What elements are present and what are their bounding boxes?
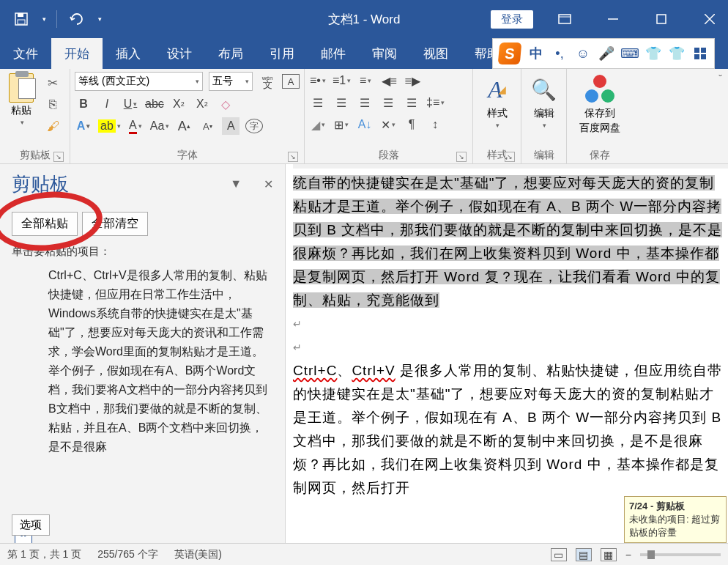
- print-layout-icon[interactable]: ▤: [576, 548, 592, 561]
- italic-button[interactable]: I: [98, 95, 116, 113]
- multilevel-button[interactable]: ≡▾: [357, 72, 374, 89]
- clipboard-options-button[interactable]: 选项: [12, 514, 50, 536]
- clipboard-item[interactable]: W Ctrl+C、Ctrl+V是很多人常用的复制、粘贴快捷键，但应用在日常工作生…: [12, 266, 273, 457]
- ime-lang-button[interactable]: 中: [528, 45, 544, 62]
- pane-close-icon[interactable]: ✕: [264, 177, 273, 191]
- styles-dialog-launcher[interactable]: ↘: [505, 152, 515, 162]
- font-color-button[interactable]: A▾: [127, 117, 144, 135]
- tab-insert[interactable]: 插入: [103, 38, 154, 69]
- grow-font-button[interactable]: A▴: [175, 117, 193, 135]
- snap-button[interactable]: ↕: [426, 116, 444, 133]
- paste-button[interactable]: 粘贴 ▾: [4, 72, 38, 128]
- ime-person-icon[interactable]: 👕: [645, 45, 661, 62]
- maximize-icon[interactable]: [645, 4, 678, 34]
- tab-file[interactable]: 文件: [0, 38, 51, 69]
- group-editing: 🔍 编辑▾ 编辑: [521, 69, 567, 163]
- enclose-char-button[interactable]: 字: [245, 119, 263, 133]
- ime-voice-icon[interactable]: 🎤: [598, 45, 614, 62]
- text-effects-button[interactable]: A▾: [75, 117, 92, 135]
- shading-button[interactable]: ◢▾: [309, 116, 327, 133]
- superscript-button[interactable]: X2: [193, 95, 211, 113]
- document-paragraph-2: Ctrl+C、Ctrl+V 是很多人常用的复制、粘贴快捷键，但应用统自带的快捷键…: [293, 359, 728, 500]
- ime-shirt-icon[interactable]: 👕: [669, 45, 685, 62]
- increase-indent-button[interactable]: ≡▶: [404, 72, 421, 89]
- close-icon[interactable]: [693, 4, 727, 34]
- highlight-button[interactable]: ab▾: [98, 117, 121, 135]
- clear-format-button[interactable]: ◇: [217, 95, 234, 113]
- editing-button[interactable]: 🔍 编辑▾: [524, 72, 565, 130]
- styles-icon: A◢: [481, 73, 513, 106]
- tab-mailings[interactable]: 邮件: [308, 38, 359, 69]
- subscript-button[interactable]: X2: [170, 95, 187, 113]
- tab-view[interactable]: 视图: [410, 38, 461, 69]
- paragraph-mark: ↵: [293, 336, 728, 359]
- undo-icon[interactable]: [67, 10, 86, 29]
- clipboard-dialog-launcher[interactable]: ↘: [53, 152, 64, 162]
- asian-layout-button[interactable]: ✕▾: [379, 116, 397, 133]
- font-size-combo[interactable]: 五号▾: [209, 72, 253, 91]
- language-status[interactable]: 英语(美国): [174, 548, 222, 561]
- ruby-button[interactable]: wén文: [259, 73, 276, 90]
- sogou-ime-icon[interactable]: S: [498, 43, 522, 64]
- ime-keyboard-icon[interactable]: ⌨: [622, 45, 638, 62]
- collapse-ribbon-icon[interactable]: ˇ: [713, 69, 728, 163]
- page-status[interactable]: 第 1 页，共 1 页: [7, 548, 81, 561]
- ime-tools-icon[interactable]: [692, 45, 708, 62]
- numbering-button[interactable]: ≡1▾: [333, 72, 351, 89]
- word-count-status[interactable]: 255/765 个字: [97, 548, 158, 561]
- tab-review[interactable]: 审阅: [359, 38, 410, 69]
- cut-icon[interactable]: ✂: [44, 75, 62, 91]
- shrink-font-button[interactable]: A▾: [198, 117, 216, 135]
- save-icon[interactable]: [12, 10, 31, 29]
- clear-all-button[interactable]: 全部清空: [82, 212, 148, 236]
- borders-button[interactable]: ⊞▾: [333, 116, 350, 133]
- pane-options-icon[interactable]: ▼: [230, 177, 242, 191]
- align-center-button[interactable]: ☰: [333, 94, 350, 111]
- zoom-slider[interactable]: [640, 553, 721, 556]
- underline-button[interactable]: U▾: [122, 95, 139, 113]
- paragraph-group-label: 段落: [379, 149, 399, 160]
- bullets-button[interactable]: ≡•▾: [309, 72, 327, 89]
- align-right-button[interactable]: ☰: [356, 94, 374, 111]
- ribbon-display-icon[interactable]: [548, 4, 582, 34]
- change-case-button[interactable]: Aa▾: [150, 117, 170, 135]
- clipboard-pane-title: 剪贴板: [12, 171, 69, 197]
- align-left-button[interactable]: ☰: [309, 94, 327, 111]
- decrease-indent-button[interactable]: ◀≡: [380, 72, 398, 89]
- distributed-button[interactable]: ☰: [403, 94, 420, 111]
- svg-rect-9: [694, 48, 699, 53]
- format-painter-icon[interactable]: 🖌: [44, 119, 62, 135]
- paragraph-dialog-launcher[interactable]: ↘: [456, 152, 467, 162]
- web-layout-icon[interactable]: ▦: [601, 548, 617, 561]
- ime-punct-icon[interactable]: •,: [551, 45, 568, 62]
- ime-emoji-icon[interactable]: ☺: [575, 45, 591, 62]
- clipboard-item-text: Ctrl+C、Ctrl+V是很多人常用的复制、粘贴快捷键，但应用在日常工作生活中…: [12, 266, 273, 457]
- char-shading-button[interactable]: A: [222, 117, 239, 135]
- sort-button[interactable]: A↓: [356, 116, 374, 133]
- zoom-out-button[interactable]: −: [625, 549, 631, 561]
- show-marks-button[interactable]: ¶: [403, 116, 420, 133]
- font-name-combo[interactable]: 等线 (西文正文)▾: [75, 72, 203, 91]
- tab-home[interactable]: 开始: [51, 38, 103, 69]
- tab-layout[interactable]: 布局: [205, 38, 256, 69]
- status-bar: 第 1 页，共 1 页 255/765 个字 英语(美国) ▭ ▤ ▦ −: [0, 543, 728, 565]
- copy-icon[interactable]: ⎘: [44, 97, 62, 113]
- char-border-button[interactable]: A: [282, 74, 300, 89]
- styles-button[interactable]: A◢ 样式▾: [477, 72, 518, 130]
- font-dialog-launcher[interactable]: ↘: [288, 152, 298, 162]
- tab-design[interactable]: 设计: [154, 38, 205, 69]
- save-baidu-button[interactable]: 保存到 百度网盘: [575, 72, 625, 136]
- read-mode-icon[interactable]: ▭: [551, 548, 567, 561]
- svg-rect-1: [18, 13, 23, 17]
- ribbon: 粘贴 ▾ ✂ ⎘ 🖌 剪贴板↘ 等线 (西文正文)▾ 五号▾ wén文 A: [0, 69, 728, 164]
- minimize-icon[interactable]: [596, 4, 630, 34]
- document-area[interactable]: 统自带的快捷键实在是太"基础"了，想要应对每天庞大的资的复制粘贴才是王道。举个例…: [286, 164, 728, 543]
- login-button[interactable]: 登录: [491, 10, 533, 29]
- justify-button[interactable]: ☰: [379, 94, 397, 111]
- line-spacing-button[interactable]: ‡≡▾: [426, 94, 445, 111]
- group-font: 等线 (西文正文)▾ 五号▾ wén文 A B I U▾ abc X2 X2 ◇…: [70, 69, 305, 163]
- paste-all-button[interactable]: 全部粘贴: [12, 212, 78, 236]
- bold-button[interactable]: B: [75, 95, 92, 113]
- tab-references[interactable]: 引用: [256, 38, 308, 69]
- strikethrough-button[interactable]: abc: [145, 95, 164, 113]
